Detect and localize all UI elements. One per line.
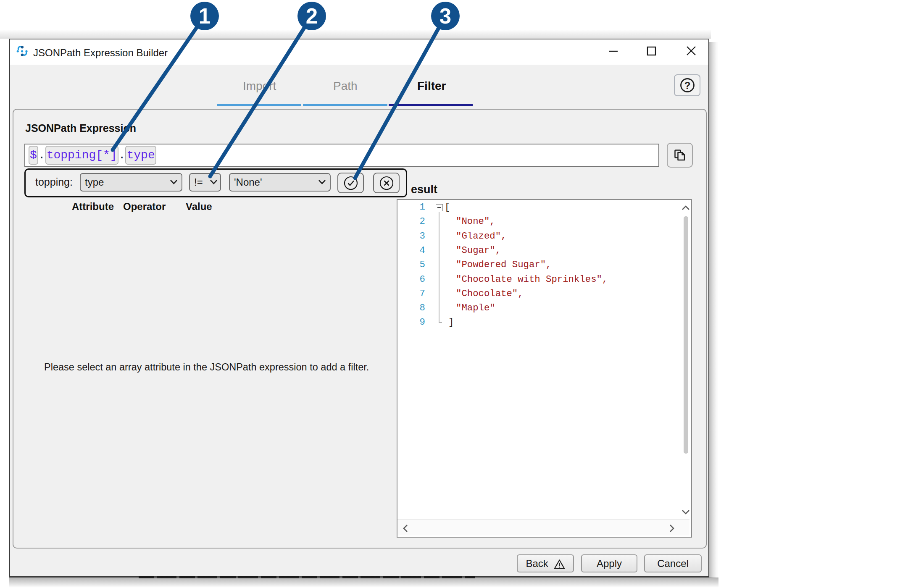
svg-text:3: 3 bbox=[439, 4, 451, 28]
svg-text:2: 2 bbox=[306, 4, 318, 28]
svg-text:?: ? bbox=[684, 80, 690, 91]
svg-text:1: 1 bbox=[199, 4, 211, 28]
